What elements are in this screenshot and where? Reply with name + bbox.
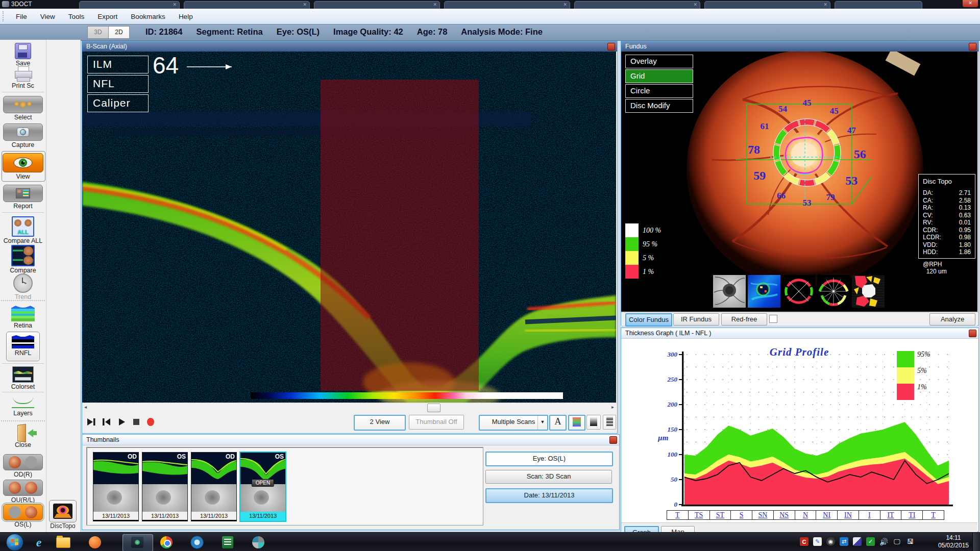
quadrant-chart-thumb[interactable] xyxy=(782,275,815,308)
od-right-eye-button[interactable]: OD(R) xyxy=(0,454,46,478)
ou-both-eyes-button[interactable]: OU(R/L) xyxy=(0,480,46,504)
taskbar-clock[interactable]: 14:11 05/02/2015 xyxy=(938,534,969,549)
fundus-minimize-button[interactable] xyxy=(969,43,976,51)
menu-export[interactable]: Export xyxy=(91,9,124,24)
oct-app-icon[interactable] xyxy=(130,535,144,549)
thickness-minimize-button[interactable] xyxy=(969,330,976,337)
tab-close-icon[interactable]: ✕ xyxy=(173,2,177,7)
caliper-button[interactable]: Caliper xyxy=(87,94,149,112)
bscan-minimize-button[interactable] xyxy=(607,43,615,51)
grayscale-mode-button[interactable] xyxy=(586,415,601,430)
recorder-tray-icon[interactable]: ◉ xyxy=(826,537,835,546)
disc-topo-button[interactable] xyxy=(49,500,77,522)
tab-close-icon[interactable]: ✕ xyxy=(303,2,307,7)
font-button[interactable]: A xyxy=(549,415,567,431)
menu-bookmarks[interactable]: Bookmarks xyxy=(124,9,172,24)
two-view-button[interactable]: 2 View xyxy=(354,415,406,431)
bscan-scrollbar[interactable]: ◂ ▸ xyxy=(82,403,616,412)
scroll-right-icon[interactable]: ▸ xyxy=(611,404,614,410)
thumbnail-od-2[interactable]: OD 13/11/2013 xyxy=(191,452,237,521)
ir-fundus-button[interactable]: IR Fundus xyxy=(673,313,719,325)
teamviewer-tray-icon[interactable]: ⇄ xyxy=(840,537,848,546)
color-mode-button[interactable] xyxy=(568,415,585,431)
overlay-button[interactable]: Overlay xyxy=(625,55,693,68)
menu-tools[interactable]: Tools xyxy=(62,9,91,24)
background-browser-tab[interactable]: ✕ xyxy=(704,1,830,9)
chrome-icon[interactable] xyxy=(159,535,174,549)
menu-view[interactable]: View xyxy=(34,9,62,24)
skip-to-start-button[interactable] xyxy=(101,416,113,428)
red-free-button[interactable]: Red-free xyxy=(721,313,767,325)
scrollbar-thumb[interactable] xyxy=(427,404,440,412)
tab-close-icon[interactable]: ✕ xyxy=(693,2,697,7)
record-button[interactable] xyxy=(144,416,157,428)
fundus-image[interactable]: 454547565379536659786154 Overlay Grid Ci… xyxy=(621,52,977,312)
file-explorer-icon[interactable] xyxy=(56,535,70,549)
save-button[interactable]: Save xyxy=(0,43,46,67)
thumbnail-od-1[interactable]: OD 13/11/2013 xyxy=(93,452,139,521)
fundus-checkbox[interactable] xyxy=(769,315,777,323)
background-browser-tab[interactable]: ✕ xyxy=(574,1,700,9)
media-player-icon[interactable] xyxy=(88,535,102,549)
nfl-button[interactable]: NFL xyxy=(87,75,149,93)
spreadsheet-app-icon[interactable] xyxy=(220,535,235,549)
internet-explorer-icon[interactable]: e xyxy=(32,535,46,549)
bscan-image[interactable]: ILM NFL Caliper 64 xyxy=(82,52,616,403)
select-button[interactable]: Select xyxy=(0,96,46,121)
background-browser-tab[interactable]: ✕ xyxy=(314,1,440,9)
capture-button[interactable]: Capture xyxy=(0,123,46,148)
antivirus-tray-icon[interactable]: ✓ xyxy=(866,537,875,546)
ilm-button[interactable]: ILM xyxy=(87,56,149,73)
start-button[interactable] xyxy=(6,534,23,551)
date-info-button[interactable]: Date: 13/11/2013 xyxy=(485,488,613,503)
window-close-button[interactable]: ✕ xyxy=(963,0,978,7)
thumbnail-off-button[interactable]: Thumbnail Off xyxy=(409,415,464,430)
compare-button[interactable]: Compare xyxy=(0,245,46,274)
grayscale-fundus-thumb[interactable] xyxy=(713,275,746,308)
usb-tray-icon[interactable]: 🖫 xyxy=(906,537,915,546)
color-fundus-button[interactable]: Color Fundus xyxy=(625,313,672,327)
eye-info-button[interactable]: Eye: OS(L) xyxy=(485,452,613,466)
network-tray-icon[interactable]: 🖵 xyxy=(893,537,901,546)
ccleaner-tray-icon[interactable]: C xyxy=(800,537,808,546)
menu-file[interactable]: File xyxy=(9,9,34,24)
disc-modify-button[interactable]: Disc Modify xyxy=(625,99,693,113)
paint-tray-icon[interactable]: ✎ xyxy=(813,537,822,546)
rnfl-mode-button[interactable]: RNFL xyxy=(0,332,46,361)
background-browser-tab[interactable]: ✕ xyxy=(184,1,310,9)
background-browser-tab[interactable] xyxy=(835,1,922,9)
show-desktop-button[interactable] xyxy=(972,533,980,551)
dropdown-arrow-icon[interactable]: ▼ xyxy=(537,416,547,430)
scan-info-button[interactable]: Scan: 3D Scan xyxy=(485,470,612,484)
analyze-button[interactable]: Analyze xyxy=(929,313,975,325)
compare-all-button[interactable]: ALL Compare ALL xyxy=(0,216,46,244)
play-button[interactable] xyxy=(116,416,128,428)
tab-close-icon[interactable]: ✕ xyxy=(563,2,567,7)
inverse-mode-button[interactable] xyxy=(603,415,616,430)
photo-viewer-icon[interactable] xyxy=(251,535,265,549)
circle-button[interactable]: Circle xyxy=(625,84,693,98)
tab-close-icon[interactable]: ✕ xyxy=(433,2,437,7)
scroll-left-icon[interactable]: ◂ xyxy=(84,404,87,410)
view-button[interactable]: View xyxy=(0,153,46,180)
thumbnail-os-2-selected[interactable]: OS OPEN 13/11/2013 xyxy=(239,452,286,522)
eraser-tray-icon[interactable] xyxy=(853,537,862,546)
colorset-button[interactable]: Colorset xyxy=(0,366,46,390)
skip-to-end-button[interactable] xyxy=(85,416,97,428)
close-button[interactable]: Close xyxy=(0,424,46,448)
print-screen-button[interactable]: Print Sc xyxy=(0,66,46,89)
background-browser-tab[interactable]: ✕ xyxy=(444,1,570,9)
volume-tray-icon[interactable]: 🔊 xyxy=(879,537,888,546)
screen-recorder-icon[interactable] xyxy=(190,535,204,549)
thumbnail-os-1[interactable]: OS 13/11/2013 xyxy=(142,452,188,521)
2d-button[interactable]: 2D xyxy=(109,26,130,39)
clock-hour-chart-thumb[interactable] xyxy=(817,275,850,308)
significance-map-thumb[interactable] xyxy=(852,275,885,308)
background-browser-tab[interactable]: ✕ xyxy=(79,1,180,9)
report-button[interactable]: Report xyxy=(0,185,46,210)
3d-button[interactable]: 3D xyxy=(87,26,109,39)
menu-help[interactable]: Help xyxy=(172,9,200,24)
thickness-map-thumb[interactable] xyxy=(748,275,780,308)
os-left-eye-button[interactable]: OS(L) xyxy=(0,504,46,528)
tab-close-icon[interactable]: ✕ xyxy=(823,2,827,7)
